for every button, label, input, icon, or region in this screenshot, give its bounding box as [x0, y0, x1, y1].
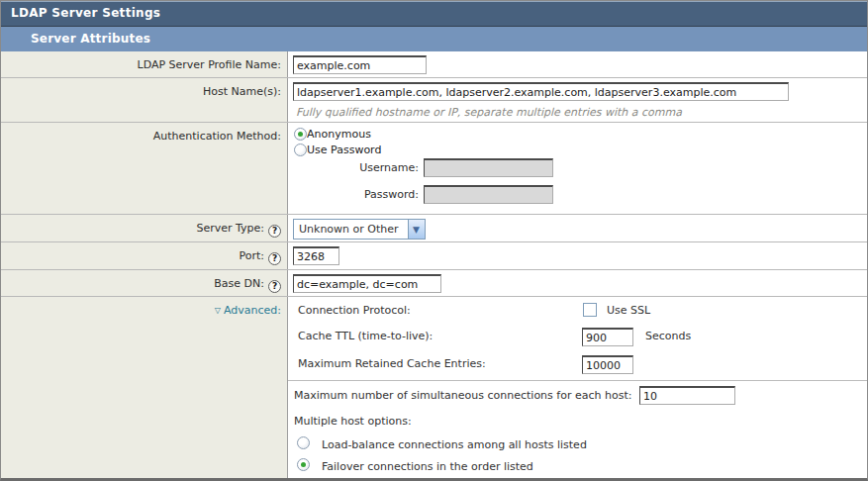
max-cache-entries-input[interactable]: [582, 355, 633, 374]
advanced-label: Advanced:: [224, 304, 281, 317]
section-title: Server Attributes: [31, 32, 150, 46]
server-type-row: Server Type:? Unknown or Other ▼: [1, 215, 867, 242]
username-label: Username:: [288, 161, 424, 174]
use-ssl-checkbox[interactable]: [583, 303, 597, 317]
auth-method-label: Authentication Method:: [1, 123, 288, 214]
advanced-label-cell: ▽Advanced:: [1, 297, 288, 479]
panel-title-bar: LDAP Server Settings: [1, 1, 867, 27]
max-cache-entries-label: Maximum Retained Cache Entries:: [298, 357, 486, 370]
port-input[interactable]: [293, 246, 339, 265]
base-dn-cell: [288, 270, 867, 296]
anonymous-radio[interactable]: [294, 128, 307, 141]
use-ssl-label: Use SSL: [607, 304, 650, 317]
host-names-label: Host Name(s):: [1, 78, 288, 122]
port-row: Port:?: [1, 242, 867, 270]
section-header-bar: Server Attributes: [1, 27, 867, 51]
use-password-radio[interactable]: [294, 144, 307, 156]
cache-ttl-unit: Seconds: [645, 330, 691, 342]
advanced-section-divider: [288, 380, 867, 381]
cache-ttl-input[interactable]: [582, 328, 633, 346]
use-password-radio-label: Use Password: [307, 144, 381, 156]
host-names-row: Host Name(s): Fully qualified hostname o…: [1, 78, 867, 123]
username-input[interactable]: [424, 158, 553, 177]
server-type-selected-value: Unknown or Other: [299, 223, 399, 236]
cache-ttl-label: Cache TTL (time-to-live):: [298, 330, 433, 342]
base-dn-help-icon[interactable]: ?: [268, 280, 281, 293]
server-type-cell: Unknown or Other ▼: [288, 215, 867, 241]
ldap-server-settings-panel: LDAP Server Settings Server Attributes L…: [0, 0, 868, 481]
port-help-icon[interactable]: ?: [268, 252, 281, 265]
port-label: Port:: [239, 249, 264, 262]
profile-name-input[interactable]: [293, 55, 427, 74]
anonymous-radio-label: Anonymous: [307, 128, 371, 141]
server-type-select[interactable]: Unknown or Other ▼: [293, 219, 426, 240]
max-connections-input[interactable]: [639, 386, 735, 405]
base-dn-label-cell: Base DN:?: [1, 270, 288, 296]
profile-name-label: LDAP Server Profile Name:: [1, 51, 288, 77]
load-balance-radio-label: Load-balance connections among all hosts…: [322, 438, 587, 451]
port-label-cell: Port:?: [1, 242, 288, 269]
base-dn-label: Base DN:: [214, 277, 264, 290]
failover-radio-label: Failover connections in the order listed: [322, 460, 533, 473]
base-dn-row: Base DN:?: [1, 270, 867, 297]
auth-method-cell: Anonymous Use Password Username: Passwor…: [288, 123, 867, 214]
connection-protocol-label: Connection Protocol:: [298, 304, 411, 317]
host-names-hint: Fully qualified hostname or IP, separate…: [296, 106, 682, 119]
advanced-row: ▽Advanced: Connection Protocol: Use SSL …: [1, 297, 867, 479]
host-names-cell: Fully qualified hostname or IP, separate…: [288, 78, 867, 122]
failover-radio[interactable]: [297, 458, 310, 471]
server-type-help-icon[interactable]: ?: [268, 225, 281, 238]
host-names-input[interactable]: [293, 82, 789, 101]
password-label: Password:: [288, 188, 424, 201]
server-type-label: Server Type:: [196, 222, 264, 235]
profile-name-cell: [288, 51, 867, 77]
base-dn-input[interactable]: [293, 274, 441, 293]
auth-method-row: Authentication Method: Anonymous Use Pas…: [1, 123, 867, 215]
port-cell: [288, 242, 867, 269]
advanced-toggle-link[interactable]: ▽Advanced:: [215, 304, 281, 317]
profile-name-row: LDAP Server Profile Name:: [1, 51, 867, 78]
chevron-down-icon: ▼: [408, 220, 425, 239]
panel-title: LDAP Server Settings: [11, 6, 160, 20]
load-balance-radio[interactable]: [297, 436, 310, 449]
multiple-host-options-label: Multiple host options:: [294, 415, 412, 428]
password-input[interactable]: [424, 185, 553, 204]
server-type-label-cell: Server Type:?: [1, 215, 288, 241]
max-connections-label: Maximum number of simultaneous connectio…: [294, 389, 631, 402]
advanced-cell: Connection Protocol: Use SSL Cache TTL (…: [288, 297, 867, 479]
triangle-down-icon: ▽: [215, 306, 221, 315]
